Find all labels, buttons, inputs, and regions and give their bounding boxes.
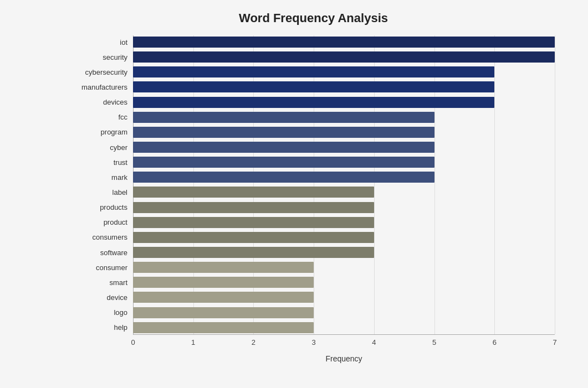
bar-label: security: [75, 53, 133, 61]
bar-row: label: [133, 186, 555, 198]
x-axis: 01234567 Frequency: [133, 334, 555, 363]
bar-label: cybersecurity: [75, 68, 133, 76]
bar-label: label: [75, 188, 133, 196]
bar-row: logo: [133, 307, 555, 319]
bar: [133, 81, 494, 92]
chart-title: Word Frequency Analysis: [72, 11, 555, 25]
bar-row: products: [133, 201, 555, 214]
bar-row: consumer: [133, 261, 555, 273]
bar-row: security: [133, 51, 555, 63]
bar: [133, 232, 374, 243]
bar: [133, 307, 314, 318]
bar: [133, 247, 374, 258]
bar-label: help: [75, 323, 133, 332]
bar-row: manufacturers: [133, 81, 555, 93]
bar: [133, 292, 314, 303]
bar-row: iot: [133, 36, 555, 48]
x-tick: 7: [553, 338, 556, 346]
bar-label: devices: [75, 98, 133, 106]
x-tick: 1: [191, 338, 195, 346]
x-tick: 5: [432, 338, 436, 346]
bar: [133, 187, 374, 198]
bar: [133, 97, 494, 108]
bar: [133, 322, 314, 333]
bar: [133, 277, 314, 288]
bar-label: fcc: [75, 113, 133, 121]
chart-container: Word Frequency Analysis iotsecuritycyber…: [0, 0, 588, 388]
bar-label: cyber: [75, 143, 133, 152]
grid-line: [555, 35, 555, 334]
bar-label: smart: [75, 278, 133, 287]
bar: [133, 262, 314, 273]
bar-label: mark: [75, 173, 133, 182]
bar: [133, 142, 434, 153]
x-tick: 6: [493, 338, 497, 346]
bar-label: trust: [75, 158, 133, 167]
bar-row: software: [133, 246, 555, 258]
bar-row: consumers: [133, 231, 555, 244]
bar-label: consumer: [75, 263, 133, 272]
bar-label: iot: [75, 38, 133, 46]
bar-row: program: [133, 126, 555, 138]
bar-row: product: [133, 216, 555, 229]
bar-row: mark: [133, 171, 555, 183]
bar: [133, 112, 434, 123]
bars-wrapper: iotsecuritycybersecuritymanufacturersdev…: [133, 35, 555, 334]
bar-label: products: [75, 203, 133, 211]
bar-row: smart: [133, 276, 555, 288]
bar-row: fcc: [133, 111, 555, 123]
bar-label: consumers: [75, 233, 133, 241]
bar-row: cyber: [133, 141, 555, 153]
bar-row: cybersecurity: [133, 66, 555, 78]
bar-label: program: [75, 128, 133, 136]
bar-label: product: [75, 218, 133, 226]
bar: [133, 217, 374, 228]
bar-row: device: [133, 291, 555, 303]
bar-row: trust: [133, 156, 555, 168]
bar: [133, 66, 494, 77]
bar-row: devices: [133, 96, 555, 108]
bar: [133, 157, 434, 168]
bar: [133, 51, 555, 63]
bar: [133, 202, 374, 213]
bars-area: iotsecuritycybersecuritymanufacturersdev…: [133, 35, 555, 334]
x-axis-label: Frequency: [133, 354, 555, 363]
bar: [133, 127, 434, 138]
bar: [133, 172, 434, 183]
bar-label: device: [75, 293, 133, 302]
bar-label: software: [75, 249, 133, 257]
x-ticks-row: 01234567: [133, 338, 555, 352]
x-tick: 2: [252, 338, 255, 346]
bar-row: help: [133, 322, 555, 334]
bar-label: logo: [75, 308, 133, 317]
bar-label: manufacturers: [75, 83, 133, 91]
x-tick: 4: [372, 338, 376, 346]
x-tick: 0: [131, 338, 135, 346]
bar: [133, 37, 555, 48]
x-tick: 3: [312, 338, 316, 346]
